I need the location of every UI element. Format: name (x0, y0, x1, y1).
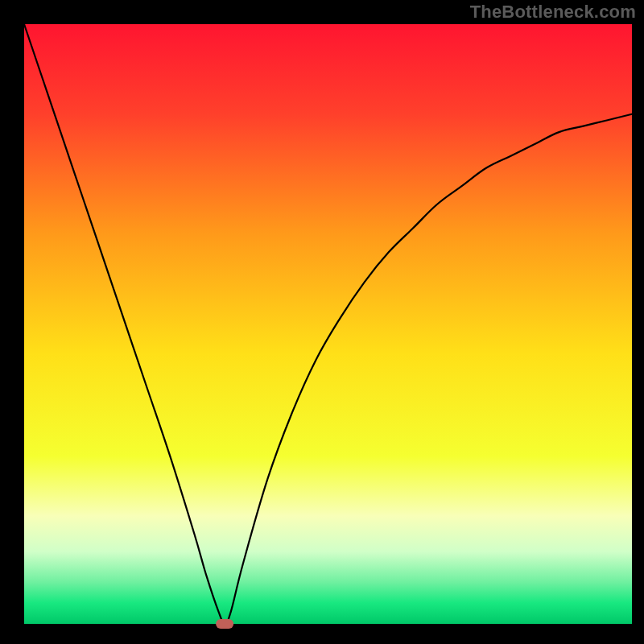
chart-frame: TheBottleneck.com (0, 0, 644, 644)
bottleneck-chart (0, 0, 644, 644)
minimum-marker (216, 619, 233, 629)
plot-background (24, 24, 632, 624)
watermark-text: TheBottleneck.com (470, 2, 636, 23)
